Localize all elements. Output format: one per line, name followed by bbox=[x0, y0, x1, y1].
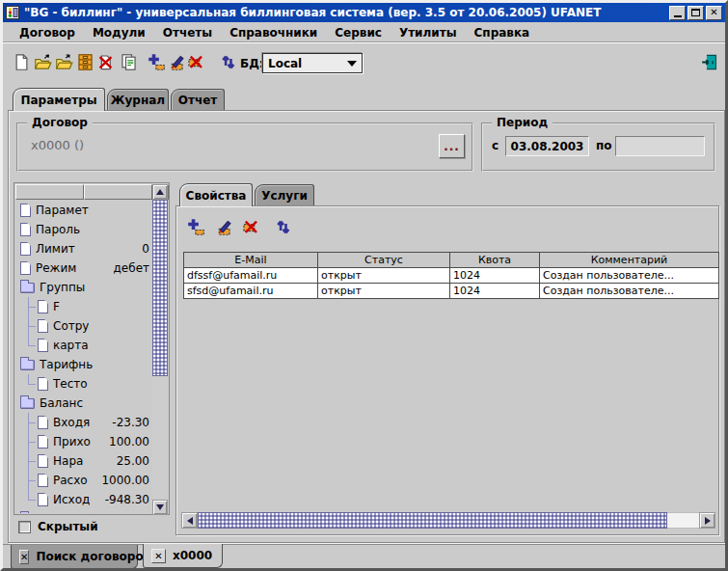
contract-browse-button[interactable]: ... bbox=[439, 134, 465, 158]
arrow-left-icon bbox=[187, 517, 193, 525]
column-header-status[interactable]: Статус bbox=[318, 253, 450, 268]
tree-vertical-scrollbar[interactable] bbox=[152, 184, 168, 515]
document-icon bbox=[38, 300, 48, 313]
scroll-down-button[interactable] bbox=[152, 500, 168, 515]
menu-item-utility[interactable]: Утилиты bbox=[391, 24, 466, 41]
close-tab-icon[interactable]: ✕ bbox=[151, 549, 166, 563]
tree-row[interactable]: Входя -23.30 bbox=[16, 413, 152, 432]
delete-email-button[interactable] bbox=[239, 216, 261, 238]
column-header-quota[interactable]: Квота bbox=[450, 253, 540, 268]
scroll-right-button[interactable] bbox=[699, 512, 715, 529]
period-to-field[interactable] bbox=[615, 136, 705, 156]
scrollbar-thumb[interactable] bbox=[152, 200, 168, 376]
scroll-left-button[interactable] bbox=[181, 512, 198, 529]
tree-connector bbox=[20, 451, 38, 471]
column-header-comment[interactable]: Комментарий bbox=[540, 253, 719, 268]
tree-connector bbox=[20, 336, 38, 355]
delete-document-icon bbox=[96, 53, 115, 71]
tree-row[interactable]: Прихо 100.00 bbox=[16, 432, 152, 451]
tree-row[interactable]: карта bbox=[16, 336, 152, 355]
tree-column-header[interactable] bbox=[15, 184, 84, 200]
minimize-button[interactable] bbox=[669, 6, 686, 20]
cell-quota[interactable]: 1024 bbox=[450, 284, 540, 299]
hidden-checkbox[interactable] bbox=[18, 521, 31, 533]
menu-item-spravka[interactable]: Справка bbox=[466, 24, 539, 41]
tree-item-label: Тарифнь bbox=[40, 358, 93, 371]
menu-item-moduli[interactable]: Модули bbox=[84, 24, 154, 41]
document-icon bbox=[38, 474, 48, 487]
period-from-label: с bbox=[492, 139, 499, 152]
cell-comment[interactable]: Создан пользователе... bbox=[540, 284, 719, 299]
close-tab-icon[interactable]: ✕ bbox=[19, 550, 29, 564]
table-row[interactable]: dfssf@ufamail.ru открыт 1024 Создан поль… bbox=[184, 268, 719, 284]
tree-connector bbox=[20, 413, 38, 432]
tree-row[interactable]: F bbox=[16, 297, 152, 316]
tree-row[interactable]: Группы bbox=[16, 278, 152, 297]
tree-row[interactable]: Тесто bbox=[16, 374, 152, 394]
tree-item-value: 25.00 bbox=[117, 454, 152, 468]
tree-row[interactable]: Режим дебет bbox=[16, 258, 152, 278]
cell-status[interactable]: открыт bbox=[318, 268, 450, 284]
menu-item-servis[interactable]: Сервис bbox=[326, 24, 391, 41]
cell-email[interactable]: sfsd@ufamail.ru bbox=[184, 284, 318, 299]
scroll-up-button[interactable] bbox=[152, 184, 168, 200]
tree-row[interactable]: Баланс bbox=[16, 394, 152, 413]
copy-document-button[interactable] bbox=[118, 51, 140, 73]
exit-button[interactable] bbox=[699, 51, 721, 73]
tree-column-header[interactable] bbox=[84, 184, 152, 200]
tree-row[interactable]: Тарифнь bbox=[16, 355, 152, 374]
document-icon bbox=[20, 204, 31, 217]
tree-row[interactable]: Расхо 1000.00 bbox=[16, 471, 152, 490]
properties-panel: E-Mail Статус Квота Комментарий dfssf@uf… bbox=[175, 205, 719, 535]
table-row[interactable]: sfsd@ufamail.ru открыт 1024 Создан польз… bbox=[184, 284, 719, 299]
menu-bar: Договор Модули Отчеты Справочники Сервис… bbox=[3, 22, 725, 43]
period-from-field[interactable]: 03.08.2003 bbox=[505, 136, 589, 156]
open-folder-alt-icon bbox=[55, 53, 73, 71]
tab-zhurnal[interactable]: Журнал bbox=[107, 89, 169, 111]
menu-item-otchety[interactable]: Отчеты bbox=[154, 24, 221, 41]
tree-row[interactable]: Лимит 0 bbox=[16, 239, 152, 258]
refresh-button[interactable] bbox=[217, 51, 239, 73]
db-select[interactable]: Local bbox=[262, 53, 363, 73]
tree-row[interactable] bbox=[16, 509, 152, 513]
tab-uslugi[interactable]: Услуги bbox=[255, 184, 314, 206]
tree-item-label: Сотру bbox=[53, 319, 89, 333]
tree-row[interactable]: Парамет bbox=[16, 201, 152, 220]
tree-row[interactable]: Пароль bbox=[16, 220, 152, 239]
tree-item-label: Парамет bbox=[36, 204, 89, 217]
close-button[interactable]: ✕ bbox=[706, 6, 722, 20]
table-horizontal-scrollbar[interactable] bbox=[181, 512, 715, 529]
add-record-icon bbox=[148, 53, 166, 71]
cell-email[interactable]: dfssf@ufamail.ru bbox=[184, 268, 318, 284]
delete-record-button[interactable] bbox=[184, 51, 206, 73]
open-folder-alt-button[interactable] bbox=[53, 51, 75, 73]
edit-email-button[interactable] bbox=[212, 216, 234, 238]
column-header-email[interactable]: E-Mail bbox=[184, 253, 318, 268]
tab-parametry[interactable]: Параметры bbox=[13, 88, 105, 111]
refresh-email-button[interactable] bbox=[272, 216, 294, 238]
cell-quota[interactable]: 1024 bbox=[450, 268, 540, 284]
hidden-checkbox-label: Скрытый bbox=[38, 520, 98, 533]
cell-status[interactable]: открыт bbox=[318, 284, 450, 299]
tree-row[interactable]: Исход -948.30 bbox=[16, 490, 152, 509]
cell-comment[interactable]: Создан пользователе... bbox=[540, 268, 719, 284]
tab-svoystva[interactable]: Свойства bbox=[179, 183, 253, 206]
menu-item-spravochniki[interactable]: Справочники bbox=[221, 24, 326, 41]
tree-row[interactable]: Сотру bbox=[16, 316, 152, 336]
new-document-button[interactable] bbox=[11, 51, 33, 73]
scrollbar-track[interactable] bbox=[667, 512, 699, 529]
delete-document-button[interactable] bbox=[94, 51, 117, 73]
tree-row[interactable]: Нара 25.00 bbox=[16, 451, 152, 471]
menu-item-dogovor[interactable]: Договор bbox=[11, 24, 84, 41]
archive-cabinet-button[interactable] bbox=[74, 51, 96, 73]
add-email-button[interactable] bbox=[185, 216, 207, 238]
bottom-tab-search-contracts[interactable]: ✕ Поиск договоров bbox=[11, 545, 138, 569]
open-folder-button[interactable] bbox=[32, 51, 54, 73]
scrollbar-track[interactable] bbox=[152, 376, 168, 500]
maximize-button[interactable] bbox=[688, 6, 704, 20]
scrollbar-thumb[interactable] bbox=[198, 512, 667, 529]
period-groupbox: Период с 03.08.2003 по bbox=[481, 122, 715, 172]
title-bar[interactable]: "BG - биллинг" - универсальная биллингов… bbox=[3, 3, 725, 22]
tab-otchet[interactable]: Отчет bbox=[171, 89, 225, 111]
bottom-tab-x0000[interactable]: ✕ x0000 bbox=[143, 544, 223, 568]
